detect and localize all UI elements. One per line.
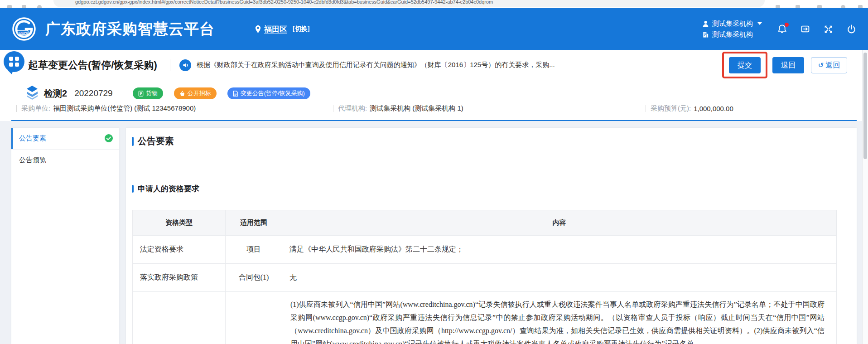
basket-icon: [179, 91, 185, 97]
cell-content: 满足《中华人民共和国政府采购法》第二十二条规定；: [282, 236, 837, 264]
browser-chrome: gdgpo.czt.gdgov.cn/gpx-gpx/index.html#/g…: [0, 0, 868, 8]
subsection-title: 申请人的资格要求: [138, 184, 199, 194]
location-selector: 福田区 [切换]: [255, 24, 309, 34]
notice-file-icon: [233, 91, 238, 97]
divider: [170, 59, 170, 71]
building-icon: [702, 31, 709, 38]
sidebar-item-notice-preview[interactable]: 公告预览: [11, 149, 119, 170]
section-header: 公告要素: [132, 135, 857, 147]
switch-system-icon[interactable]: [800, 24, 810, 34]
method-badge-label: 公开招标: [188, 89, 211, 97]
cell-scope: [226, 292, 282, 344]
subsection-header: 申请人的资格要求: [132, 184, 857, 194]
table-row: 法定资格要求 项目 满足《中华人民共和国政府采购法》第二十二条规定；: [133, 236, 837, 264]
subsection-accent-bar: [132, 185, 134, 193]
method-badge: 公开招标: [174, 87, 217, 99]
location-pin-icon: [255, 25, 261, 34]
col-header-type: 资格类型: [133, 210, 226, 236]
header-right: 测试集采机构 测试集采机构: [702, 18, 856, 40]
notice-elements-panel: 公告要素 申请人的资格要求 资格类型 适用范围 内容 法定资格要求 项目 满足《…: [126, 128, 857, 344]
table-row: (1)供应商未被列入“信用中国”网站(www.creditchina.gov.c…: [133, 292, 837, 344]
goods-doc-icon: [138, 91, 144, 97]
back-button-label: 返回: [825, 61, 840, 69]
col-header-scope: 适用范围: [226, 210, 282, 236]
table-header-row: 资格类型 适用范围 内容: [133, 210, 837, 236]
project-info-row: 采购单位: 福田测试采购单位(传监管) (测试 12345678900) 代理机…: [0, 104, 868, 115]
category-badge: 货物: [133, 87, 163, 99]
browser-back-icon[interactable]: [7, 5, 12, 8]
user-name: 测试集采机构: [712, 18, 753, 29]
notice-type-badge: 变更公告(暂停/恢复采购): [227, 87, 310, 99]
budget-label: 采购预算(元):: [651, 104, 691, 113]
org-name: 测试集采机构: [712, 29, 753, 40]
browser-menu-icon[interactable]: [858, 5, 863, 8]
sidebar-item-label: 公告预览: [19, 156, 46, 165]
app-screen: gdgpo.czt.gdgov.cn/gpx-gpx/index.html#/g…: [0, 0, 868, 344]
reject-button[interactable]: 退回: [772, 57, 804, 73]
page-toolbar: 起草变更公告(暂停/恢复采购) 根据《财政部关于在政府采购活动中查询及使用信用记…: [0, 50, 868, 80]
org-row: 测试集采机构: [702, 29, 762, 40]
browser-url-text: gdgpo.czt.gdgov.cn/gpx-gpx/index.html#/g…: [75, 0, 493, 5]
layers-diamond-icon: [26, 85, 39, 102]
browser-downloads-icon[interactable]: [817, 5, 822, 8]
table-row: 落实政府采购政策 合同包(1) 无: [133, 264, 837, 292]
cell-content: 无: [282, 264, 837, 292]
section-accent-bar: [132, 137, 134, 146]
browser-refresh-icon[interactable]: [22, 5, 26, 8]
chevron-down-icon: [757, 22, 762, 25]
undo-arrow-icon: ↺: [818, 61, 824, 69]
notification-red-dot: [785, 23, 789, 27]
app-header: GDGPO 广东政府采购智慧云平台 福田区 [切换] 测试集采机构: [0, 8, 868, 50]
logout-power-icon[interactable]: [847, 24, 856, 34]
scrollbar-thumb[interactable]: [863, 53, 867, 159]
cell-type: 落实政府采购政策: [133, 264, 226, 292]
submit-button[interactable]: 提交: [729, 57, 761, 73]
district-link[interactable]: 福田区: [264, 24, 287, 34]
qualification-table: 资格类型 适用范围 内容 法定资格要求 项目 满足《中华人民共和国政府采购法》第…: [132, 210, 837, 344]
section-title: 公告要素: [138, 135, 174, 147]
announcement-ticker[interactable]: 根据《财政部关于在政府采购活动中查询及使用信用记录有关问题的通知》（财库〔201…: [197, 61, 555, 69]
cell-scope: 合同包(1): [226, 264, 282, 292]
col-header-content: 内容: [282, 210, 837, 236]
page-title: 起草变更公告(暂停/恢复采购): [28, 58, 157, 72]
cell-type: 法定资格要求: [133, 236, 226, 264]
cell-content-credit-record: (1)供应商未被列入“信用中国”网站(www.creditchina.gov.c…: [282, 292, 837, 344]
platform-title: 广东政府采购智慧云平台: [45, 19, 215, 39]
user-menu[interactable]: 测试集采机构: [702, 18, 762, 29]
browser-extension-icon[interactable]: [776, 5, 780, 8]
browser-address-bar[interactable]: gdgpo.czt.gdgov.cn/gpx-gpx/index.html#/g…: [53, 0, 765, 7]
district-switch-link[interactable]: [切换]: [293, 25, 309, 33]
budget-field: 采购预算(元): 1,000,000.00: [646, 104, 733, 113]
apps-menu-button[interactable]: [4, 51, 24, 72]
browser-avatar[interactable]: [841, 5, 845, 8]
budget-value: 1,000,000.00: [694, 105, 733, 112]
header-icons: [777, 24, 856, 34]
user-icon: [702, 20, 709, 27]
cell-type: [133, 292, 226, 344]
grid-icon: [9, 57, 19, 67]
fullscreen-icon[interactable]: [824, 24, 833, 34]
agency-value: 测试集采机构 (测试集采机构 1): [370, 104, 463, 113]
agency-field: 代理机构: 测试集采机构 (测试集采机构 1): [333, 104, 463, 113]
gdgpo-logo: GDGPO: [12, 17, 36, 41]
browser-home-icon[interactable]: [37, 5, 42, 8]
sidebar-item-notice-elements[interactable]: 公告要素: [11, 128, 119, 149]
browser-bookmark-star-icon[interactable]: [796, 5, 800, 8]
notice-type-badge-label: 变更公告(暂停/恢复采购): [241, 89, 305, 97]
project-summary-bar: 检测2 20220729 货物 公开招标 变更公告(暂停/恢复采购) 采购单位:…: [0, 80, 868, 121]
notification-bell-icon[interactable]: [777, 24, 787, 34]
announcement-speaker-icon: [179, 59, 191, 71]
cell-scope: 项目: [226, 236, 282, 264]
blue-underline: [11, 120, 857, 121]
category-badge-label: 货物: [146, 89, 158, 97]
project-title-row: 检测2 20220729 货物 公开招标 变更公告(暂停/恢复采购): [26, 85, 321, 102]
page-scrollbar[interactable]: [862, 50, 868, 344]
sidebar-item-label: 公告要素: [19, 134, 46, 143]
agency-label: 代理机构:: [338, 104, 367, 113]
notice-sidebar: 公告要素 公告预览: [11, 128, 119, 344]
svg-text:GDGPO: GDGPO: [17, 31, 28, 34]
back-button[interactable]: ↺返回: [811, 57, 847, 73]
user-block: 测试集采机构 测试集采机构: [702, 18, 762, 40]
project-name: 检测2: [44, 87, 67, 100]
purchaser-label: 采购单位:: [21, 104, 50, 113]
